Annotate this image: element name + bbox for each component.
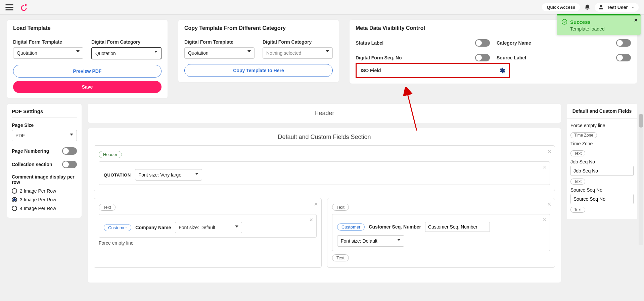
category-label: Digital Form Category <box>263 39 333 45</box>
quotation-label: QUOTATION <box>104 172 131 178</box>
customer-seq-input[interactable] <box>425 222 490 232</box>
force-empty-line: Force empty line <box>99 240 317 246</box>
inner-close-button[interactable]: × <box>543 216 546 223</box>
load-template-card: Load Template Digital Form Template Quot… <box>7 19 168 99</box>
font-size-select[interactable]: Font size: Default <box>337 235 404 247</box>
source-seq-input[interactable] <box>570 194 634 204</box>
right-panel-body: Force empty line Time Zone Time Zone Tex… <box>567 119 637 219</box>
source-label-toggle[interactable] <box>616 54 631 61</box>
topbar-left <box>5 4 28 11</box>
iso-field-highlight: ISO Field <box>356 63 510 78</box>
toast-message: Template loaded <box>561 26 636 32</box>
text-tag: Text <box>332 204 349 211</box>
card-title: Load Template <box>13 25 162 31</box>
svg-point-0 <box>21 5 27 10</box>
company-name-label: Company Name <box>135 225 171 230</box>
page-numbering-toggle[interactable] <box>62 147 77 155</box>
block-close-button[interactable]: × <box>314 200 318 208</box>
page-size-select[interactable]: PDF <box>12 130 77 141</box>
iso-field-label: ISO Field <box>361 68 381 73</box>
copy-template-card: Copy Template From Different Category Di… <box>178 19 339 83</box>
pdf-settings-card: PDF Settings Page Size PDF Page Numberin… <box>7 103 82 218</box>
copy-template-select[interactable]: Quotation <box>184 47 255 59</box>
text-tag: Text <box>99 204 116 211</box>
scrollbar[interactable] <box>639 114 643 245</box>
svg-point-1 <box>25 4 27 5</box>
category-name-toggle[interactable] <box>616 39 631 47</box>
section-title: Default and Custom Fields Section <box>94 134 555 141</box>
right-fields-panel: Default and Custom Fields Force empty li… <box>567 103 637 219</box>
preview-pdf-button[interactable]: Preview PDF <box>13 65 162 78</box>
category-label: Digital Form Category <box>91 39 162 45</box>
lower-area: PDF Settings Page Size PDF Page Numberin… <box>0 99 644 283</box>
source-label: Source Label <box>497 55 609 60</box>
toast-title: Success <box>570 19 591 25</box>
copy-template-button[interactable]: Copy Template to Here <box>184 64 333 77</box>
right-panel-title: Default and Custom Fields <box>567 103 637 119</box>
user-name-label: Test User <box>607 5 628 10</box>
block-close-button[interactable]: × <box>547 148 551 155</box>
template-label: Digital Form Template <box>13 39 83 45</box>
card-title: Copy Template From Different Category <box>184 25 333 31</box>
inner-close-button[interactable]: × <box>543 164 546 171</box>
copy-category-select[interactable]: Nothing selected <box>263 47 333 59</box>
category-select[interactable]: Quotation <box>91 47 162 59</box>
customer-seq-block: Text × × Customer Customer Seq. Number F… <box>327 198 555 268</box>
font-size-select[interactable]: Font size: Very large <box>135 169 202 181</box>
status-label: Status Label <box>356 40 468 46</box>
page-numbering-label: Page Numbering <box>12 148 49 154</box>
annotation-arrow <box>400 87 427 134</box>
category-name-label: Category Name <box>497 40 609 46</box>
template-select[interactable]: Quotation <box>13 47 83 59</box>
customer-tag: Customer <box>337 223 365 231</box>
job-seq-input[interactable] <box>570 166 634 176</box>
company-name-block: Text × × Customer Company Name Font size… <box>94 198 322 268</box>
radio-4-per-row[interactable]: 4 Image Per Row <box>12 206 77 211</box>
quick-access-button[interactable]: Quick Access <box>542 3 580 11</box>
hamburger-icon[interactable] <box>5 4 13 10</box>
status-label-toggle[interactable] <box>475 39 490 47</box>
text-field-stub[interactable]: Text <box>570 207 634 214</box>
header-tag: Header <box>99 151 122 158</box>
customer-seq-label: Customer Seq. Number <box>369 224 421 230</box>
header-panel: Header <box>87 103 561 123</box>
gear-icon[interactable] <box>499 67 505 74</box>
block-close-button[interactable]: × <box>547 200 551 208</box>
comment-display-label: Comment image display per row <box>12 174 77 185</box>
bell-icon[interactable] <box>584 4 591 11</box>
inner-close-button[interactable]: × <box>309 216 313 223</box>
fields-section-panel: Default and Custom Fields Section Header… <box>87 128 561 283</box>
force-empty-line-item[interactable]: Force empty line <box>570 121 634 130</box>
pdf-settings-title: PDF Settings <box>12 108 77 118</box>
page-size-label: Page Size <box>12 122 77 128</box>
main-area: Header Default and Custom Fields Section… <box>87 103 561 283</box>
collection-section-toggle[interactable] <box>62 161 77 168</box>
user-menu[interactable]: Test User <box>595 3 639 12</box>
save-button[interactable]: Save <box>13 81 162 93</box>
header-block: Header × × QUOTATION Font size: Very lar… <box>94 145 555 191</box>
app-logo <box>20 4 28 11</box>
header-inner: × QUOTATION Font size: Very large <box>99 161 550 185</box>
topbar-right: Quick Access Test User <box>542 3 639 12</box>
font-size-select[interactable]: Font size: Default <box>175 222 242 233</box>
company-inner: × Customer Company Name Font size: Defau… <box>99 214 317 238</box>
timezone-field[interactable]: Time Zone Time Zone <box>570 132 634 148</box>
text-blocks-row: Text × × Customer Company Name Font size… <box>94 198 555 274</box>
job-seq-field[interactable]: Text Job Seq No <box>570 150 634 176</box>
user-icon <box>598 4 604 10</box>
toast-close-button[interactable]: ✕ <box>634 17 638 23</box>
seq-no-toggle[interactable] <box>475 54 490 61</box>
customer-tag: Customer <box>104 224 131 231</box>
check-circle-icon <box>561 19 567 25</box>
seq-no-label: Digital Form Seq. No <box>356 55 468 60</box>
cards-row: Load Template Digital Form Template Quot… <box>0 15 644 99</box>
svg-line-3 <box>407 90 417 131</box>
radio-3-per-row[interactable]: 3 Image Per Row <box>12 197 77 202</box>
source-seq-field[interactable]: Text Source Seq No <box>570 179 634 204</box>
seq-inner: × Customer Customer Seq. Number Font siz… <box>332 214 550 251</box>
template-label: Digital Form Template <box>184 39 255 45</box>
collection-section-label: Collection section <box>12 162 52 167</box>
success-toast: Success Template loaded ✕ <box>557 14 641 35</box>
svg-point-2 <box>562 19 567 24</box>
radio-2-per-row[interactable]: 2 Image Per Row <box>12 188 77 194</box>
